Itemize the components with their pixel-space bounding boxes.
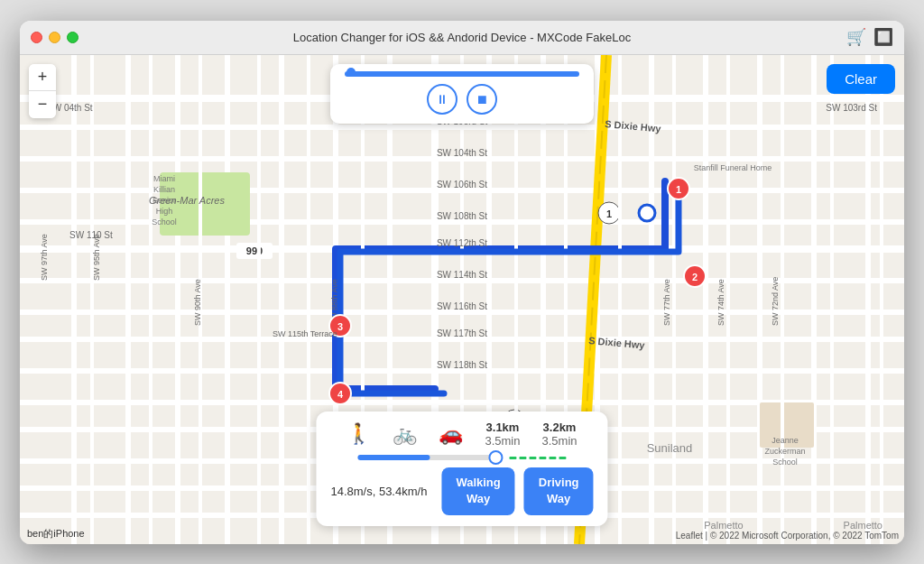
walking-icon[interactable]: 🚶: [346, 422, 371, 446]
driving-way-button[interactable]: DrivingWay: [524, 467, 594, 514]
minimize-button[interactable]: [49, 32, 60, 43]
svg-text:SW 95th Ave: SW 95th Ave: [92, 234, 101, 281]
distance1-info: 3.1km 3.5min: [485, 421, 520, 448]
speed-slider[interactable]: [357, 455, 502, 460]
svg-text:Killian: Killian: [153, 185, 175, 194]
svg-text:SW 104th St: SW 104th St: [437, 148, 487, 158]
svg-text:SW 110 St: SW 110 St: [69, 230, 113, 240]
svg-text:SW 77th Ave: SW 77th Ave: [662, 279, 671, 326]
pause-button[interactable]: ⏸: [427, 84, 457, 115]
cart-icon[interactable]: 🛒: [846, 27, 866, 47]
transport-row: 🚶 🚲 🚗 3.1km 3.5min 3.2km 3.5min: [346, 421, 577, 448]
svg-text:SW 115th Terrace: SW 115th Terrace: [273, 329, 337, 338]
maximize-button[interactable]: [67, 32, 79, 43]
svg-text:1: 1: [606, 208, 612, 219]
svg-text:SW 114th St: SW 114th St: [437, 270, 487, 280]
zoom-in-button[interactable]: +: [29, 64, 56, 91]
route-progress-bar: [345, 71, 579, 77]
speed-slider-fill: [357, 455, 430, 460]
route-controls-panel: ⏸ ⏹: [330, 64, 594, 124]
stop-button[interactable]: ⏹: [467, 84, 497, 115]
svg-text:School: School: [152, 217, 177, 227]
svg-text:SW 112th St: SW 112th St: [437, 238, 487, 248]
svg-text:SW 74th Ave: SW 74th Ave: [716, 279, 725, 326]
share-icon[interactable]: 🔲: [873, 27, 893, 47]
svg-text:SW 90th Ave: SW 90th Ave: [193, 279, 202, 326]
svg-text:SW 103rd St: SW 103rd St: [826, 103, 877, 113]
bottom-panel: 🚶 🚲 🚗 3.1km 3.5min 3.2km 3.5min: [316, 411, 607, 525]
svg-text:Palmetto: Palmetto: [844, 520, 882, 531]
title-bar: Location Changer for iOS && Andorid Devi…: [20, 21, 904, 55]
dash4: [539, 457, 546, 459]
speed-label: 14.8m/s, 53.4km/h: [330, 485, 427, 498]
zoom-out-button[interactable]: −: [29, 91, 56, 118]
svg-text:Palmetto: Palmetto: [704, 520, 743, 531]
speed-slider-thumb: [488, 450, 503, 465]
cycling-icon[interactable]: 🚲: [393, 422, 417, 446]
svg-text:Stanfill Funeral Home: Stanfill Funeral Home: [694, 163, 772, 172]
map-area[interactable]: 990 1 5: [20, 55, 904, 544]
driving-icon[interactable]: 🚗: [439, 422, 463, 446]
svg-text:School: School: [772, 458, 798, 467]
svg-text:SW 118th St: SW 118th St: [437, 360, 487, 370]
walking-way-button[interactable]: WalkingWay: [441, 467, 514, 514]
svg-text:Suniland: Suniland: [647, 441, 693, 455]
route-buttons: ⏸ ⏹: [427, 84, 497, 115]
svg-text:SW 108th St: SW 108th St: [437, 211, 487, 221]
distance2-info: 3.2km 3.5min: [541, 421, 577, 448]
action-buttons: WalkingWay DrivingWay: [441, 467, 593, 514]
svg-text:3: 3: [337, 321, 343, 332]
svg-text:SW 106th St: SW 106th St: [437, 180, 487, 190]
traffic-lights: [31, 32, 79, 43]
title-icons: 🛒 🔲: [846, 27, 893, 47]
close-button[interactable]: [31, 32, 42, 43]
svg-text:Miami: Miami: [153, 174, 175, 183]
device-label: ben的iPhone: [27, 527, 85, 541]
svg-text:Senior: Senior: [152, 196, 176, 205]
map-attribution: Leaflet | © 2022 Microsoft Corporation, …: [676, 531, 899, 541]
svg-text:2: 2: [692, 272, 698, 282]
svg-text:SW 116th St: SW 116th St: [437, 301, 487, 311]
svg-text:SW 72nd Ave: SW 72nd Ave: [771, 276, 780, 325]
dash1: [509, 457, 516, 459]
dash6: [559, 457, 566, 459]
svg-text:SW 117th St: SW 117th St: [437, 328, 487, 338]
svg-text:4: 4: [337, 389, 344, 400]
svg-text:Zuckerman: Zuckerman: [764, 447, 805, 456]
svg-text:Jeanne: Jeanne: [772, 436, 799, 445]
dash3: [529, 457, 536, 459]
svg-text:High: High: [156, 207, 173, 216]
speed-slider-row: [357, 455, 566, 460]
window-title: Location Changer for iOS && Andorid Devi…: [293, 31, 631, 44]
dash2: [519, 457, 526, 459]
dashed-line: [509, 457, 566, 459]
svg-text:SW 97th Ave: SW 97th Ave: [40, 234, 49, 281]
zoom-controls: + −: [29, 64, 56, 118]
svg-text:1: 1: [676, 184, 681, 195]
dash5: [549, 457, 556, 459]
app-window: Location Changer for iOS && Andorid Devi…: [20, 21, 904, 544]
clear-button[interactable]: Clear: [827, 64, 895, 94]
svg-point-92: [639, 205, 655, 221]
